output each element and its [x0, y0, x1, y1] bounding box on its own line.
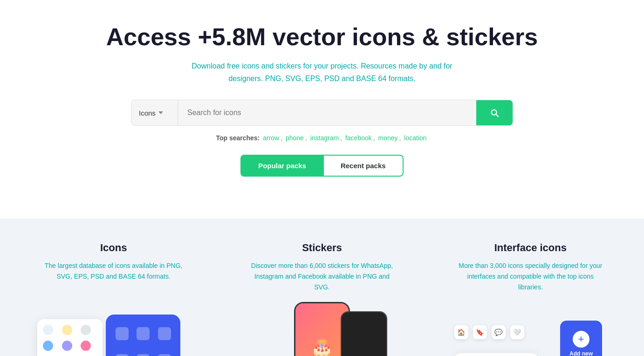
feature-card-interface: Interface icons More than 3,000 icons sp…	[426, 219, 635, 356]
search-bar: Icons	[131, 100, 513, 126]
hero-subtitle: Download free icons and stickers for you…	[182, 60, 462, 85]
icons-scatter-card	[37, 319, 103, 356]
icons-visual	[23, 305, 204, 356]
icons-card-image	[23, 296, 204, 356]
add-new-label: Add new	[569, 350, 593, 356]
interface-card-image: 🏠 🔖 💬 🤍	[440, 307, 621, 356]
search-type-selector[interactable]: Icons	[131, 100, 178, 125]
stickers-phone-dark	[341, 311, 387, 356]
feature-icons-title: Icons	[23, 242, 204, 254]
hero-title: Access +5.8M vector icons & stickers	[9, 23, 635, 51]
interface-visual: 🏠 🔖 💬 🤍	[440, 316, 621, 356]
search-link-phone[interactable]: phone	[286, 134, 304, 142]
feature-stickers-desc: Discover more than 6,000 stickers for Wh…	[247, 260, 397, 293]
search-link-instagram[interactable]: instagram	[310, 134, 339, 142]
feature-interface-desc: More than 3,000 icons specially designed…	[456, 260, 605, 293]
feature-interface-title: Interface icons	[440, 242, 621, 254]
hero-section: Access +5.8M vector icons & stickers Dow…	[0, 0, 644, 219]
feature-icons-desc: The largest database of icons available …	[39, 260, 188, 282]
search-icon	[489, 108, 500, 118]
chevron-down-icon	[158, 111, 163, 114]
search-link-money[interactable]: money	[378, 134, 398, 142]
feature-card-icons: Icons The largest database of icons avai…	[9, 219, 218, 356]
add-new-card: + Add new	[560, 321, 602, 356]
icons-grid-card	[106, 315, 180, 356]
pack-toggle: Popular packs Recent packs	[9, 155, 635, 177]
search-link-facebook[interactable]: facebook	[345, 134, 372, 142]
nav-icons-row: 🏠 🔖 💬 🤍	[454, 325, 524, 339]
feature-stickers-title: Stickers	[232, 242, 412, 254]
popular-packs-button[interactable]: Popular packs	[240, 155, 323, 177]
search-input[interactable]	[178, 100, 476, 125]
features-section: Icons The largest database of icons avai…	[0, 219, 644, 356]
top-searches-label: Top searches:	[216, 134, 260, 142]
page-wrapper: Access +5.8M vector icons & stickers Dow…	[0, 0, 644, 356]
top-searches: Top searches: arrow, phone, instagram, f…	[9, 134, 635, 142]
search-type-label: Icons	[139, 109, 156, 117]
search-link-arrow[interactable]: arrow	[263, 134, 279, 142]
feature-card-stickers: Stickers Discover more than 6,000 sticke…	[218, 219, 426, 356]
search-link-location[interactable]: location	[404, 134, 426, 142]
recent-packs-button[interactable]: Recent packs	[323, 155, 404, 177]
ui-toolbar-card	[454, 353, 538, 356]
stickers-card-image: 🎂	[232, 307, 412, 356]
search-button[interactable]	[476, 100, 513, 125]
